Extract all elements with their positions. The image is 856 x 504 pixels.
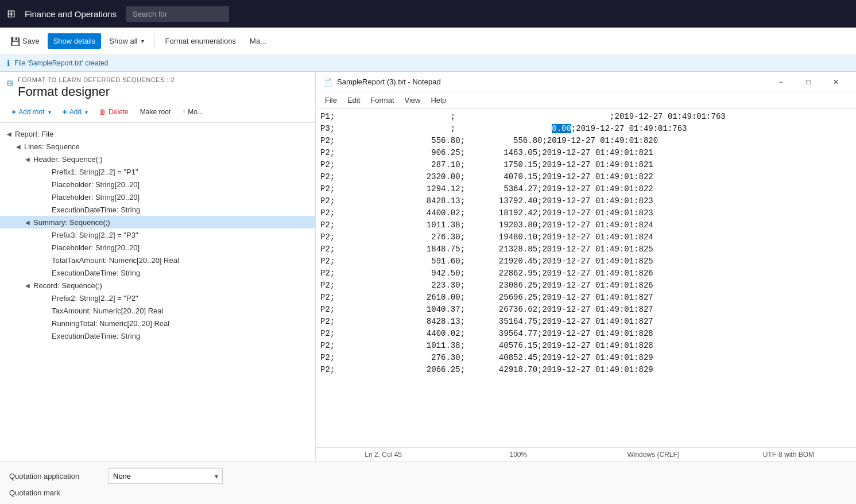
highlighted-value: 0.00 xyxy=(552,124,571,133)
quotation-mark-row: Quotation mark xyxy=(9,489,847,497)
tree-item[interactable]: Prefix1: String[2..2] = "P1" xyxy=(0,165,315,178)
tree-spacer xyxy=(41,306,51,315)
tree-spacer xyxy=(41,293,51,303)
designer-title: Format designer xyxy=(18,84,175,99)
menu-help[interactable]: Help xyxy=(426,95,451,106)
close-button[interactable]: ✕ xyxy=(823,73,849,91)
notepad-titlebar: 📄 SampleReport (3).txt - Notepad − □ ✕ xyxy=(316,72,856,92)
notepad-content[interactable]: P1; ; ;2019-12-27 01:49:01:763 P3; ; 0.0… xyxy=(316,108,856,447)
tree-item-selected[interactable]: ◀ Summary: Sequence(;) xyxy=(0,216,315,228)
tree-toggle-icon[interactable]: ◀ xyxy=(14,142,23,151)
delete-button[interactable]: 🗑 Delete xyxy=(95,106,133,118)
make-root-button[interactable]: Make root xyxy=(135,106,175,118)
move-label: Mo... xyxy=(188,108,203,116)
menu-edit[interactable]: Edit xyxy=(343,95,365,106)
quotation-app-select[interactable]: None Single quote Double quote xyxy=(108,468,223,484)
more-button[interactable]: Ma... xyxy=(244,33,272,49)
tree-label: TaxAmount: Numeric[20..20] Real xyxy=(51,307,163,315)
quotation-app-label: Quotation application xyxy=(9,472,101,480)
move-button[interactable]: ↑ Mo... xyxy=(177,106,208,118)
add-root-button[interactable]: + Add root ▾ xyxy=(7,105,56,119)
minimize-button[interactable]: − xyxy=(768,73,794,91)
show-all-label: Show all xyxy=(109,37,137,45)
tree-label: Placeholder: String[20..20] xyxy=(51,243,140,252)
notepad-icon: 📄 xyxy=(323,77,332,87)
status-encoding: UTF-8 with BOM xyxy=(728,451,849,459)
tree-item[interactable]: TotalTaxAmount: Numeric[20..20] Real xyxy=(0,254,315,266)
menu-view[interactable]: View xyxy=(400,95,425,106)
tree-item[interactable]: ExecutionDateTime: String xyxy=(0,329,315,342)
tree-spacer xyxy=(41,319,51,328)
tree-item[interactable]: Prefix2: String[2..2] = "P2" xyxy=(0,292,315,304)
tree-label: Header: Sequence(;) xyxy=(32,155,103,164)
show-details-label: Show details xyxy=(53,37,96,45)
notepad-controls: − □ ✕ xyxy=(768,73,849,91)
more-label: Ma... xyxy=(250,37,266,45)
tree-item[interactable]: ◀ Record: Sequence(;) xyxy=(0,279,315,292)
tree-item[interactable]: ◀ Report: File xyxy=(0,127,315,140)
tree-label: Prefix2: String[2..2] = "P2" xyxy=(51,294,138,303)
top-nav: ⊞ Finance and Operations xyxy=(0,0,856,28)
menu-format[interactable]: Format xyxy=(366,95,398,106)
tree-item[interactable]: Placeholder: String[20..20] xyxy=(0,191,315,203)
add-dropdown-icon: ▾ xyxy=(85,109,88,115)
add-root-dropdown-icon: ▾ xyxy=(48,109,51,115)
info-bar: ℹ File 'SampleReport.txt' created xyxy=(0,55,856,72)
tree-toggle-icon[interactable]: ◀ xyxy=(23,218,32,227)
tree-label: Record: Sequence(;) xyxy=(32,281,102,290)
status-position: Ln 2, Col 45 xyxy=(323,451,444,459)
tree-spacer xyxy=(41,180,51,189)
add-label: Add xyxy=(69,108,82,116)
tree-spacer xyxy=(41,230,51,239)
show-all-dropdown-icon: ▾ xyxy=(141,38,144,44)
add-button[interactable]: + Add ▾ xyxy=(58,105,93,119)
tree-item[interactable]: Prefix3: String[2..2] = "P3" xyxy=(0,228,315,241)
show-all-button[interactable]: Show all ▾ xyxy=(103,33,149,49)
notepad-menu: File Edit Format View Help xyxy=(316,92,856,108)
tree-item[interactable]: ExecutionDateTime: String xyxy=(0,266,315,279)
tree-container: ◀ Report: File ◀ Lines: Sequence ◀ Heade… xyxy=(0,123,315,461)
format-enumerations-button[interactable]: Format enumerations xyxy=(160,33,242,49)
notepad-statusbar: Ln 2, Col 45 100% Windows (CRLF) UTF-8 w… xyxy=(316,447,856,461)
search-input[interactable] xyxy=(126,6,229,22)
tree-item[interactable]: Placeholder: String[20..20] xyxy=(0,241,315,254)
tree-item[interactable]: TaxAmount: Numeric[20..20] Real xyxy=(0,304,315,317)
tree-label: RunningTotal: Numeric[20..20] Real xyxy=(51,319,169,328)
toolbar-divider xyxy=(154,34,155,48)
tree-label: TotalTaxAmount: Numeric[20..20] Real xyxy=(51,256,179,265)
add-plus-icon: + xyxy=(63,107,67,117)
tree-label: ExecutionDateTime: String xyxy=(51,332,140,340)
tree-item[interactable]: ExecutionDateTime: String xyxy=(0,203,315,216)
save-icon: 💾 xyxy=(10,37,20,46)
format-enumerations-label: Format enumerations xyxy=(165,37,237,45)
maximize-button[interactable]: □ xyxy=(795,73,822,91)
tree-item[interactable]: RunningTotal: Numeric[20..20] Real xyxy=(0,317,315,329)
tree-item[interactable]: Placeholder: String[20..20] xyxy=(0,178,315,191)
save-label: Save xyxy=(22,37,40,45)
tree-label: Summary: Sequence(;) xyxy=(32,218,110,227)
show-details-button[interactable]: Show details xyxy=(48,33,102,49)
tree-toggle-icon[interactable]: ◀ xyxy=(5,129,14,138)
menu-file[interactable]: File xyxy=(320,95,342,106)
grid-icon[interactable]: ⊞ xyxy=(7,7,16,20)
tree-toggle-icon[interactable]: ◀ xyxy=(23,154,32,164)
tree-label: ExecutionDateTime: String xyxy=(51,206,140,214)
content-area: ⊟ FORMAT TO LEARN DEFERRED SEQUENCES : 2… xyxy=(0,72,856,461)
save-button[interactable]: 💾 Save xyxy=(5,33,45,49)
make-root-label: Make root xyxy=(140,108,171,116)
add-root-plus-icon: + xyxy=(11,107,16,117)
tree-label: Prefix1: String[2..2] = "P1" xyxy=(51,168,138,176)
notepad-title-left: 📄 SampleReport (3).txt - Notepad xyxy=(323,77,441,87)
tree-label: Report: File xyxy=(14,130,53,138)
tree-spacer xyxy=(41,243,51,252)
designer-subtitle: FORMAT TO LEARN DEFERRED SEQUENCES : 2 xyxy=(18,76,175,83)
notepad-title: SampleReport (3).txt - Notepad xyxy=(337,77,441,86)
left-panel: ⊟ FORMAT TO LEARN DEFERRED SEQUENCES : 2… xyxy=(0,72,316,461)
delete-icon: 🗑 xyxy=(99,108,106,116)
tree-item[interactable]: ◀ Header: Sequence(;) xyxy=(0,153,315,165)
toolbar: 💾 Save Show details Show all ▾ Format en… xyxy=(0,28,856,55)
tree-toggle-icon[interactable]: ◀ xyxy=(23,281,32,290)
tree-item[interactable]: ◀ Lines: Sequence xyxy=(0,140,315,153)
designer-header: FORMAT TO LEARN DEFERRED SEQUENCES : 2 F… xyxy=(18,76,175,99)
bottom-panel: Quotation application None Single quote … xyxy=(0,461,856,504)
